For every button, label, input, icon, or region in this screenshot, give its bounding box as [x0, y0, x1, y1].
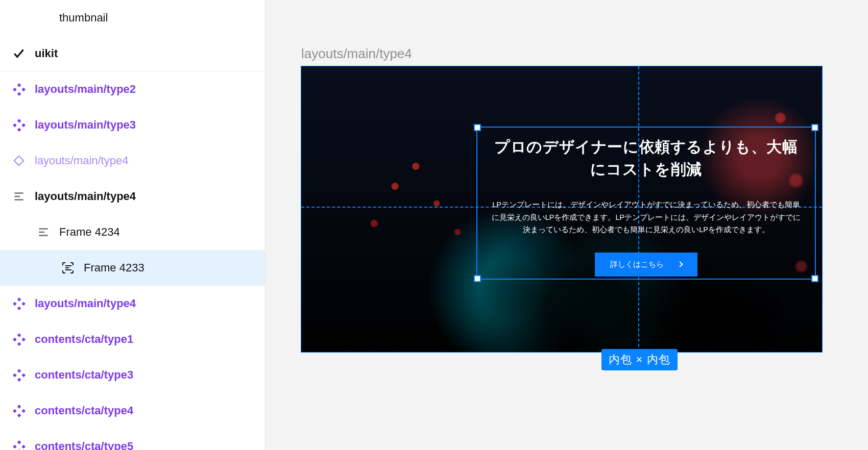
layer-layouts-main-type4-instance[interactable]: layouts/main/type4: [0, 143, 265, 179]
layer-frame-4234[interactable]: Frame 4234: [0, 214, 265, 250]
layer-label: contents/cta/type3: [35, 368, 133, 382]
layer-label: layouts/main/type4: [35, 190, 136, 203]
resize-handle-top-right[interactable]: [811, 124, 818, 131]
frame-layouts-main-type4[interactable]: プロのデザイナーに依頼するよりも、大幅にコストを削減 LPテンプレートには、デザ…: [301, 66, 822, 352]
svg-rect-33: [17, 413, 21, 417]
layer-label: uikit: [35, 47, 58, 60]
layer-contents-cta-type1[interactable]: contents/cta/type1: [0, 321, 265, 357]
layer-label: Frame 4234: [59, 226, 120, 239]
layer-label: contents/cta/type1: [35, 333, 133, 346]
layers-panel: thumbnail uikit layouts/main/type2 layou…: [0, 0, 266, 450]
svg-rect-29: [17, 378, 21, 382]
svg-rect-18: [17, 297, 21, 302]
svg-rect-7: [17, 128, 21, 132]
svg-rect-19: [13, 302, 17, 306]
selection-outline: [476, 127, 816, 280]
layer-contents-cta-type3[interactable]: contents/cta/type3: [0, 357, 265, 393]
layer-layouts-main-type4-frame[interactable]: layouts/main/type4: [0, 179, 265, 214]
svg-rect-5: [13, 123, 17, 128]
frame-title[interactable]: layouts/main/type4: [301, 46, 412, 62]
svg-rect-28: [21, 373, 26, 378]
resize-handle-bottom-left[interactable]: [474, 275, 481, 282]
layer-uikit[interactable]: uikit: [0, 36, 265, 71]
selection-size-badge: 内包 × 内包: [601, 349, 678, 370]
resize-handle-top-left[interactable]: [474, 124, 481, 131]
layer-label: layouts/main/type4: [35, 297, 136, 310]
layer-layouts-main-type3[interactable]: layouts/main/type3: [0, 107, 265, 143]
layer-label: layouts/main/type2: [35, 83, 136, 96]
component-icon: [12, 118, 26, 132]
svg-rect-30: [17, 405, 21, 409]
layer-label: contents/cta/type5: [35, 440, 133, 450]
svg-rect-34: [17, 440, 21, 444]
svg-rect-1: [13, 88, 17, 92]
spacer-icon: [37, 11, 50, 24]
svg-rect-27: [13, 373, 17, 378]
component-icon: [12, 83, 26, 96]
svg-rect-20: [21, 302, 26, 306]
svg-rect-23: [13, 338, 17, 342]
svg-rect-0: [17, 83, 21, 87]
frame-autolayout-icon: [61, 261, 75, 274]
svg-rect-3: [17, 92, 21, 96]
svg-rect-22: [17, 333, 21, 337]
canvas[interactable]: layouts/main/type4 プロのデザイナーに依頼するよりも、大幅にコ…: [266, 0, 868, 450]
svg-rect-8: [14, 156, 23, 165]
svg-rect-35: [13, 445, 17, 449]
svg-rect-25: [17, 342, 21, 346]
svg-rect-26: [17, 369, 21, 373]
component-icon: [12, 368, 26, 382]
component-icon: [12, 404, 26, 417]
diamond-outline-icon: [12, 154, 26, 167]
check-icon: [12, 47, 26, 60]
layer-frame-4233[interactable]: Frame 4233: [0, 250, 265, 286]
autolayout-icon: [37, 226, 50, 239]
svg-rect-36: [21, 445, 26, 449]
layer-label: contents/cta/type4: [35, 404, 133, 417]
layer-contents-cta-type5[interactable]: contents/cta/type5: [0, 429, 265, 450]
component-icon: [12, 297, 26, 310]
component-icon: [12, 333, 26, 346]
layer-label: layouts/main/type3: [35, 118, 136, 132]
layer-layouts-main-type2[interactable]: layouts/main/type2: [0, 71, 265, 107]
svg-rect-2: [21, 88, 26, 92]
svg-rect-6: [21, 123, 26, 128]
layer-layouts-main-type4-component[interactable]: layouts/main/type4: [0, 286, 265, 321]
svg-rect-24: [21, 338, 26, 342]
svg-rect-31: [13, 409, 17, 413]
svg-rect-21: [17, 306, 21, 310]
autolayout-icon: [12, 190, 26, 203]
svg-rect-4: [17, 119, 21, 123]
svg-rect-32: [21, 409, 26, 413]
layer-label: layouts/main/type4: [35, 154, 128, 167]
resize-handle-bottom-right[interactable]: [811, 275, 818, 282]
layer-contents-cta-type4[interactable]: contents/cta/type4: [0, 393, 265, 429]
layer-thumbnail[interactable]: thumbnail: [0, 0, 265, 36]
component-icon: [12, 440, 26, 450]
layer-label: Frame 4233: [84, 261, 144, 274]
layer-label: thumbnail: [59, 11, 108, 24]
